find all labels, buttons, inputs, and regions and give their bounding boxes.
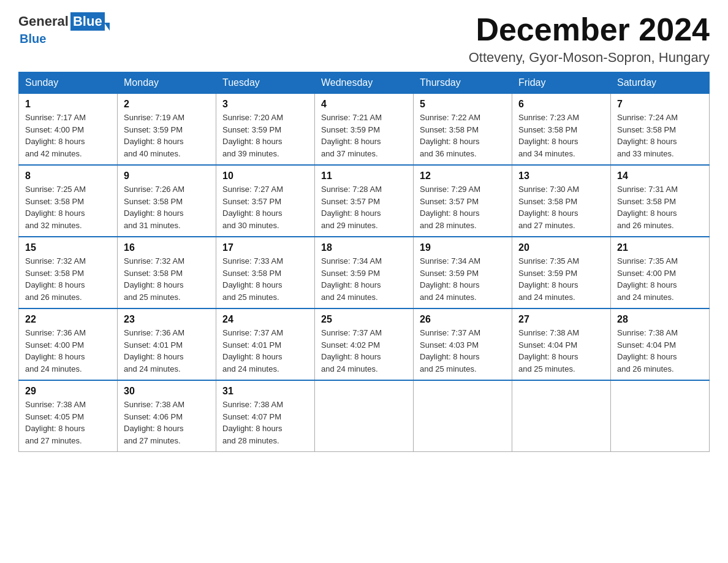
calendar-cell: 8Sunrise: 7:25 AMSunset: 3:58 PMDaylight…: [19, 165, 118, 237]
day-info: Sunrise: 7:21 AMSunset: 3:59 PMDaylight:…: [321, 112, 407, 159]
day-number: 28: [617, 314, 703, 325]
day-info: Sunrise: 7:38 AMSunset: 4:04 PMDaylight:…: [518, 327, 604, 375]
calendar-cell: 20Sunrise: 7:35 AMSunset: 3:59 PMDayligh…: [512, 237, 611, 308]
logo-blue-label: Blue: [20, 32, 46, 45]
day-info: Sunrise: 7:37 AMSunset: 4:01 PMDaylight:…: [222, 327, 308, 375]
calendar-cell: 31Sunrise: 7:38 AMSunset: 4:07 PMDayligh…: [216, 380, 315, 452]
header-saturday: Saturday: [611, 72, 710, 94]
calendar-cell: 12Sunrise: 7:29 AMSunset: 3:57 PMDayligh…: [414, 165, 512, 237]
day-info: Sunrise: 7:24 AMSunset: 3:58 PMDaylight:…: [617, 112, 703, 159]
calendar-week-row: 29Sunrise: 7:38 AMSunset: 4:05 PMDayligh…: [19, 380, 710, 452]
day-number: 10: [222, 170, 308, 182]
calendar-cell: [512, 380, 611, 452]
header-monday: Monday: [118, 72, 216, 94]
day-number: 19: [420, 242, 506, 253]
calendar-cell: 13Sunrise: 7:30 AMSunset: 3:58 PMDayligh…: [512, 165, 611, 237]
calendar-cell: 4Sunrise: 7:21 AMSunset: 3:59 PMDaylight…: [315, 94, 414, 166]
calendar-cell: 15Sunrise: 7:32 AMSunset: 3:58 PMDayligh…: [19, 237, 118, 308]
day-number: 6: [518, 99, 604, 110]
calendar-cell: [414, 380, 512, 452]
logo-area: General Blue Blue: [18, 12, 105, 46]
day-info: Sunrise: 7:38 AMSunset: 4:05 PMDaylight:…: [25, 399, 111, 446]
calendar-cell: 6Sunrise: 7:23 AMSunset: 3:58 PMDaylight…: [512, 94, 611, 166]
calendar-cell: 11Sunrise: 7:28 AMSunset: 3:57 PMDayligh…: [315, 165, 414, 237]
day-info: Sunrise: 7:33 AMSunset: 3:58 PMDaylight:…: [222, 255, 308, 303]
day-info: Sunrise: 7:36 AMSunset: 4:01 PMDaylight:…: [124, 327, 210, 375]
calendar-week-row: 8Sunrise: 7:25 AMSunset: 3:58 PMDaylight…: [19, 165, 710, 237]
calendar-cell: 28Sunrise: 7:38 AMSunset: 4:04 PMDayligh…: [611, 308, 710, 380]
day-number: 31: [222, 386, 308, 397]
day-info: Sunrise: 7:20 AMSunset: 3:59 PMDaylight:…: [222, 112, 308, 159]
header-friday: Friday: [512, 72, 611, 94]
day-number: 26: [420, 314, 506, 325]
day-info: Sunrise: 7:38 AMSunset: 4:06 PMDaylight:…: [124, 399, 210, 446]
day-info: Sunrise: 7:31 AMSunset: 3:58 PMDaylight:…: [617, 183, 703, 231]
day-number: 8: [25, 170, 111, 182]
day-info: Sunrise: 7:32 AMSunset: 3:58 PMDaylight:…: [124, 255, 210, 303]
day-info: Sunrise: 7:29 AMSunset: 3:57 PMDaylight:…: [420, 183, 506, 231]
logo-triangle-icon: [104, 23, 110, 31]
calendar-cell: 29Sunrise: 7:38 AMSunset: 4:05 PMDayligh…: [19, 380, 118, 452]
logo-blue-text: Blue: [73, 13, 102, 29]
day-info: Sunrise: 7:27 AMSunset: 3:57 PMDaylight:…: [222, 183, 308, 231]
calendar-cell: 21Sunrise: 7:35 AMSunset: 4:00 PMDayligh…: [611, 237, 710, 308]
calendar-cell: 1Sunrise: 7:17 AMSunset: 4:00 PMDaylight…: [19, 94, 118, 166]
day-info: Sunrise: 7:32 AMSunset: 3:58 PMDaylight:…: [25, 255, 111, 303]
day-info: Sunrise: 7:17 AMSunset: 4:00 PMDaylight:…: [25, 112, 111, 159]
day-number: 3: [222, 99, 308, 110]
day-info: Sunrise: 7:35 AMSunset: 3:59 PMDaylight:…: [518, 255, 604, 303]
day-info: Sunrise: 7:25 AMSunset: 3:58 PMDaylight:…: [25, 183, 111, 231]
calendar-cell: 23Sunrise: 7:36 AMSunset: 4:01 PMDayligh…: [118, 308, 216, 380]
title-area: December 2024 Otteveny, Gyor-Moson-Sopro…: [469, 12, 710, 66]
calendar-cell: 24Sunrise: 7:37 AMSunset: 4:01 PMDayligh…: [216, 308, 315, 380]
location-title: Otteveny, Gyor-Moson-Sopron, Hungary: [469, 50, 710, 66]
day-number: 27: [518, 314, 604, 325]
day-info: Sunrise: 7:34 AMSunset: 3:59 PMDaylight:…: [321, 255, 407, 303]
calendar-cell: 17Sunrise: 7:33 AMSunset: 3:58 PMDayligh…: [216, 237, 315, 308]
logo: General Blue: [18, 12, 105, 31]
day-number: 11: [321, 170, 407, 182]
day-number: 21: [617, 242, 703, 253]
day-number: 18: [321, 242, 407, 253]
header-thursday: Thursday: [414, 72, 512, 94]
day-info: Sunrise: 7:35 AMSunset: 4:00 PMDaylight:…: [617, 255, 703, 303]
day-number: 24: [222, 314, 308, 325]
calendar-cell: 9Sunrise: 7:26 AMSunset: 3:58 PMDaylight…: [118, 165, 216, 237]
calendar-cell: 3Sunrise: 7:20 AMSunset: 3:59 PMDaylight…: [216, 94, 315, 166]
calendar-cell: [611, 380, 710, 452]
day-info: Sunrise: 7:26 AMSunset: 3:58 PMDaylight:…: [124, 183, 210, 231]
day-number: 17: [222, 242, 308, 253]
day-info: Sunrise: 7:37 AMSunset: 4:03 PMDaylight:…: [420, 327, 506, 375]
logo-blue-word: Blue: [20, 32, 46, 46]
day-number: 14: [617, 170, 703, 182]
calendar-cell: 25Sunrise: 7:37 AMSunset: 4:02 PMDayligh…: [315, 308, 414, 380]
day-info: Sunrise: 7:23 AMSunset: 3:58 PMDaylight:…: [518, 112, 604, 159]
calendar-cell: 16Sunrise: 7:32 AMSunset: 3:58 PMDayligh…: [118, 237, 216, 308]
calendar-week-row: 1Sunrise: 7:17 AMSunset: 4:00 PMDaylight…: [19, 94, 710, 166]
day-number: 5: [420, 99, 506, 110]
calendar-week-row: 22Sunrise: 7:36 AMSunset: 4:00 PMDayligh…: [19, 308, 710, 380]
day-number: 23: [124, 314, 210, 325]
calendar-week-row: 15Sunrise: 7:32 AMSunset: 3:58 PMDayligh…: [19, 237, 710, 308]
logo-blue-bg: Blue: [70, 12, 105, 31]
page-header: General Blue Blue December 2024 Otteveny…: [18, 12, 710, 66]
day-info: Sunrise: 7:38 AMSunset: 4:07 PMDaylight:…: [222, 399, 308, 446]
header-tuesday: Tuesday: [216, 72, 315, 94]
calendar-cell: 26Sunrise: 7:37 AMSunset: 4:03 PMDayligh…: [414, 308, 512, 380]
day-number: 12: [420, 170, 506, 182]
day-info: Sunrise: 7:30 AMSunset: 3:58 PMDaylight:…: [518, 183, 604, 231]
calendar-header-row: SundayMondayTuesdayWednesdayThursdayFrid…: [19, 72, 710, 94]
day-info: Sunrise: 7:19 AMSunset: 3:59 PMDaylight:…: [124, 112, 210, 159]
day-number: 16: [124, 242, 210, 253]
header-wednesday: Wednesday: [315, 72, 414, 94]
calendar-cell: [315, 380, 414, 452]
calendar-cell: 30Sunrise: 7:38 AMSunset: 4:06 PMDayligh…: [118, 380, 216, 452]
logo-general-text: General: [18, 13, 69, 29]
calendar-cell: 14Sunrise: 7:31 AMSunset: 3:58 PMDayligh…: [611, 165, 710, 237]
day-number: 29: [25, 386, 111, 397]
day-number: 15: [25, 242, 111, 253]
day-number: 13: [518, 170, 604, 182]
calendar-cell: 7Sunrise: 7:24 AMSunset: 3:58 PMDaylight…: [611, 94, 710, 166]
calendar-cell: 10Sunrise: 7:27 AMSunset: 3:57 PMDayligh…: [216, 165, 315, 237]
calendar-cell: 22Sunrise: 7:36 AMSunset: 4:00 PMDayligh…: [19, 308, 118, 380]
